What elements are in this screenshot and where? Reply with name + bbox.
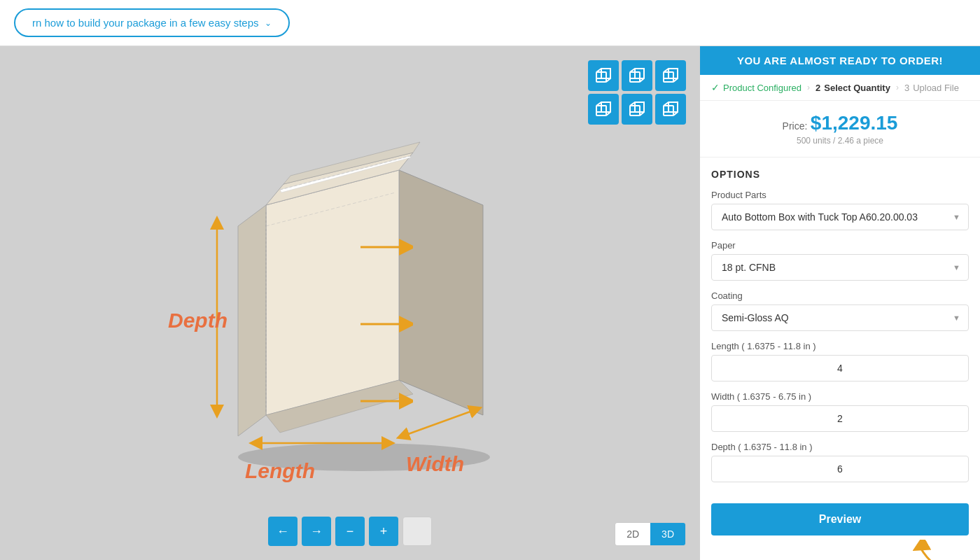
svg-marker-31 [238,205,266,436]
view-btn-3[interactable] [655,60,686,91]
svg-text:Depth: Depth [168,309,227,332]
svg-marker-25 [399,170,483,415]
toggle-2d-button[interactable]: 2D [615,523,650,545]
price-section: Price: $1,229.15 500 units / 2.46 a piec… [700,101,980,158]
length-group: Length ( 1.6375 - 11.8 in ) [711,341,969,382]
step-3: 3 Upload File [904,83,959,93]
nav-left-button[interactable]: ← [268,517,298,546]
coating-wrapper: Semi-Gloss AQ [711,304,969,331]
step-divider-2: › [896,83,899,92]
main-layout: Depth Length Width [0,46,980,560]
price-detail: 500 units / 2.46 a piece [711,136,969,146]
view-btn-4[interactable] [588,94,619,125]
cube-icon-5 [628,100,646,118]
svg-text:Length: Length [245,459,315,482]
arrow-to-width [357,314,413,335]
cube-icon-2 [628,66,646,85]
depth-input[interactable] [711,456,969,482]
view-btn-1[interactable] [588,60,619,91]
view-btn-6[interactable] [655,94,686,125]
options-section: OPTIONS Product Parts Auto Bottom Box wi… [700,158,980,503]
check-icon-1: ✓ [711,82,720,93]
paper-label: Paper [711,240,969,251]
step-3-label: Upload File [913,83,959,93]
step-divider-1: › [807,83,810,92]
coating-select[interactable]: Semi-Gloss AQ [711,304,969,331]
nav-right-button[interactable]: → [302,517,331,546]
step-3-num: 3 [904,83,909,93]
coating-label: Coating [711,290,969,301]
top-bar: rn how to build your package in a few ea… [0,0,980,46]
arrow-to-depth [357,391,413,412]
step-2: 2 Select Quantity [816,83,890,93]
zoom-in-button[interactable]: + [369,517,398,546]
chevron-icon: ⌄ [265,18,272,28]
length-input[interactable] [711,355,969,382]
step-1-label: Product Configured [723,83,802,93]
box-3d-illustration: Depth Length Width [147,114,553,492]
svg-marker-26 [266,170,399,415]
view-controls [588,60,686,125]
preview-button[interactable]: Preview [711,503,969,536]
width-input[interactable] [711,405,969,432]
view-toggle: 2D 3D [615,522,686,546]
price-value: $1,229.15 [811,112,898,134]
toggle-3d-button[interactable]: 3D [650,523,685,545]
svg-text:Width: Width [406,452,464,475]
cube-icon-1 [594,66,612,85]
length-label: Length ( 1.6375 - 11.8 in ) [711,341,969,351]
preview-arrow-hint [700,540,980,560]
cube-icon-6 [662,100,680,118]
product-parts-select[interactable]: Auto Bottom Box with Tuck Top A60.20.00.… [711,204,969,230]
step-1: ✓ Product Configured [711,82,802,93]
cube-icon-3 [662,66,680,85]
arrow-to-length [357,237,413,258]
step-2-num: 2 [816,83,820,93]
width-label: Width ( 1.6375 - 6.75 in ) [711,391,969,402]
options-title: OPTIONS [711,169,969,180]
product-parts-label: Product Parts [711,190,969,200]
preview-arrow-icon [913,540,969,560]
zoom-out-button[interactable]: − [335,517,365,546]
progress-steps: ✓ Product Configured › 2 Select Quantity… [700,75,980,101]
paper-wrapper: 18 pt. CFNB [711,254,969,281]
width-group: Width ( 1.6375 - 6.75 in ) [711,391,969,432]
canvas-area: Depth Length Width [0,46,700,560]
bottom-nav-controls: ← → − + [268,517,432,546]
view-btn-5[interactable] [622,94,652,125]
depth-label: Depth ( 1.6375 - 11.8 in ) [711,442,969,452]
svg-line-37 [402,410,476,436]
step-2-label: Select Quantity [824,83,890,93]
product-parts-wrapper: Auto Bottom Box with Tuck Top A60.20.00.… [711,204,969,230]
product-parts-group: Product Parts Auto Bottom Box with Tuck … [711,190,969,230]
price-label: Price: [783,120,808,132]
paper-group: Paper 18 pt. CFNB [711,240,969,281]
learn-label: rn how to build your package in a few ea… [32,17,259,29]
learn-button[interactable]: rn how to build your package in a few ea… [14,8,290,37]
order-banner: YOU ARE ALMOST READY TO ORDER! [700,46,980,75]
color-picker[interactable] [402,517,432,546]
view-btn-2[interactable] [622,60,652,91]
cube-icon-4 [594,100,612,118]
depth-group: Depth ( 1.6375 - 11.8 in ) [711,442,969,482]
paper-select[interactable]: 18 pt. CFNB [711,254,969,281]
right-panel: YOU ARE ALMOST READY TO ORDER! ✓ Product… [700,46,980,560]
coating-group: Coating Semi-Gloss AQ [711,290,969,331]
